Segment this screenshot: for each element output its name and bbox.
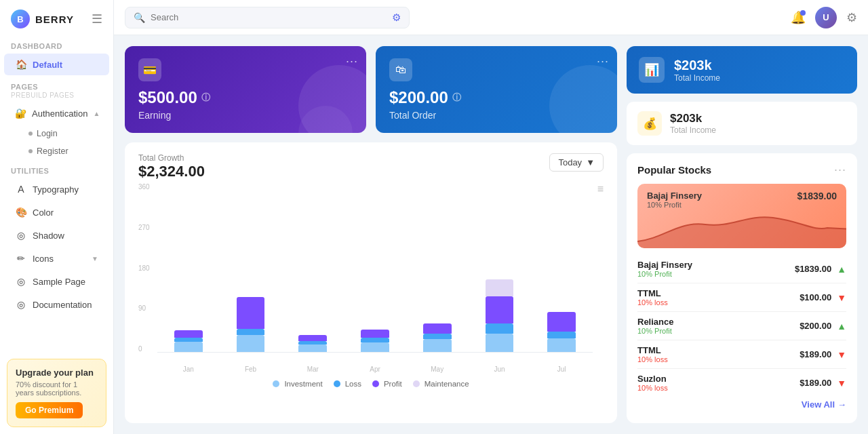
total-income-top-card: 📊 $203k Total Income <box>627 46 857 94</box>
earning-card: ··· 💳 $500.00 ⓘ Earning <box>125 46 366 133</box>
view-all-button[interactable]: View All → <box>802 399 846 410</box>
bar-profit <box>486 296 514 323</box>
sidebar-item-default[interactable]: 🏠 Default <box>4 54 109 75</box>
stock-right: $100.00▼ <box>800 292 846 303</box>
sidebar: B BERRY ☰ Dashboard 🏠 Default Pages Preb… <box>0 0 114 434</box>
legend-profit: Profit <box>372 380 402 388</box>
income-top-info: $203k Total Income <box>674 58 720 83</box>
chart-options-button[interactable]: ≡ <box>597 183 604 195</box>
upgrade-button[interactable]: Go Premium <box>16 402 83 418</box>
stock-value: $200.00 <box>800 321 831 331</box>
stock-name: TTML <box>637 288 668 298</box>
bar-group <box>167 330 210 352</box>
shadow-icon: ◎ <box>15 229 27 241</box>
trend-down-icon: ▼ <box>837 378 846 389</box>
stock-value: $189.00 <box>800 349 831 359</box>
stock-sub: 10% loss <box>637 355 668 363</box>
trend-up-icon: ▲ <box>837 321 846 332</box>
stock-right: $200.00▲ <box>800 321 846 332</box>
docs-icon: ◎ <box>15 298 27 311</box>
main-area: 🔍 ⚙ 🔔 U ⚙ ··· 💳 <box>114 0 868 434</box>
total-order-card-menu[interactable]: ··· <box>597 54 609 68</box>
stock-name: Reliance <box>637 317 673 327</box>
legend-loss: Loss <box>334 380 361 388</box>
notification-button[interactable]: 🔔 <box>791 10 806 25</box>
chart-header: Total Growth $2,324.00 Today ▼ <box>138 153 604 180</box>
stock-name: Suzlon <box>637 374 668 384</box>
popular-stocks-chart: Bajaj Finsery 10% Profit $1839.00 <box>637 184 846 248</box>
sidebar-item-shadow[interactable]: ◎ Shadow <box>4 224 109 246</box>
bar-investment <box>423 339 452 352</box>
earning-amount: $500.00 ⓘ <box>138 88 353 107</box>
sidebar-item-register[interactable]: Register <box>4 143 109 159</box>
upgrade-title: Upgrade your plan <box>16 368 98 378</box>
chart-month-col <box>530 183 593 352</box>
popular-stocks-menu-button[interactable]: ··· <box>834 163 846 177</box>
stock-value: $1839.00 <box>795 264 831 274</box>
stock-info: TTML10% loss <box>637 345 668 363</box>
legend-dot-loss <box>334 380 340 387</box>
upgrade-desc: 70% discount for 1 years subscriptions. <box>16 380 98 397</box>
income-small-info: $203k Total Income <box>670 112 716 135</box>
content: ··· 💳 $500.00 ⓘ Earning ··· 🛍 <box>114 35 868 434</box>
avatar[interactable]: U <box>815 7 837 28</box>
stock-info: Suzlon10% loss <box>637 374 668 392</box>
bar-profit <box>174 330 203 338</box>
icons-expand-icon: ▼ <box>92 255 98 262</box>
sidebar-item-docs[interactable]: ◎ Documentation <box>4 294 109 315</box>
chart-legend: Investment Loss Profit Maintenance <box>138 380 604 388</box>
header: 🔍 ⚙ 🔔 U ⚙ <box>114 0 868 35</box>
earning-card-menu[interactable]: ··· <box>346 54 358 68</box>
bar-investment <box>298 344 327 352</box>
sidebar-item-color[interactable]: 🎨 Color <box>4 201 109 223</box>
chart-month-col <box>344 183 406 352</box>
total-order-info-icon[interactable]: ⓘ <box>452 92 461 104</box>
chart-x-label: May <box>406 366 469 373</box>
income-top-label: Total Income <box>674 73 720 83</box>
stock-row: TTML10% loss$189.00▼ <box>637 340 846 369</box>
home-icon: 🏠 <box>15 58 27 71</box>
bar-investment <box>237 335 265 352</box>
stock-info: Bajaj Finsery10% Profit <box>637 260 692 278</box>
stock-value: $100.00 <box>800 292 831 302</box>
menu-toggle-button[interactable]: ☰ <box>92 12 102 26</box>
stacked-bar <box>486 279 514 353</box>
stock-value: $189.00 <box>800 378 831 388</box>
chart-month-col <box>406 183 469 352</box>
search-input[interactable] <box>151 12 381 22</box>
sidebar-item-sample[interactable]: ◎ Sample Page <box>4 271 109 292</box>
notification-badge <box>800 10 806 16</box>
trend-down-icon: ▼ <box>837 292 846 303</box>
ps-chart-stock-value: $1839.00 <box>797 191 837 201</box>
bar-group <box>353 330 397 352</box>
typography-icon: A <box>15 183 27 195</box>
sidebar-item-typography[interactable]: A Typography <box>4 178 109 200</box>
stock-info: Reliance10% Profit <box>637 317 673 335</box>
chart-x-label: Feb <box>220 366 282 373</box>
stacked-bar <box>361 330 389 352</box>
filter-button[interactable]: ⚙ <box>392 12 401 24</box>
chart-area: ≡ 360 270 180 90 0 JanFebMarAprMayJunJul <box>138 183 604 373</box>
income-small-icon: 💰 <box>637 111 662 136</box>
logo-area: B BERRY ☰ <box>0 0 113 35</box>
bar-maintenance <box>486 279 514 296</box>
bar-profit <box>361 330 389 338</box>
chart-x-label: Apr <box>344 366 406 373</box>
popular-stocks-title: Popular Stocks <box>637 164 711 176</box>
stock-row: TTML10% loss$100.00▼ <box>637 283 846 312</box>
chart-month-col <box>220 183 282 352</box>
ps-chart-svg <box>637 208 846 248</box>
period-selector-button[interactable]: Today ▼ <box>549 153 604 172</box>
income-small-label: Total Income <box>670 125 716 135</box>
sidebar-item-authentication[interactable]: 🔐 Authentication ▲ <box>4 102 109 124</box>
settings-button[interactable]: ⚙ <box>846 10 857 25</box>
sidebar-item-icons[interactable]: ✏ Icons ▼ <box>4 248 109 269</box>
sidebar-item-login[interactable]: Login <box>4 125 109 142</box>
pages-section-label: Pages Prebuild Pages <box>0 76 113 102</box>
bar-loss <box>237 329 265 335</box>
stacked-bar <box>237 297 265 353</box>
chart-amount: $2,324.00 <box>138 163 205 180</box>
chart-title-group: Total Growth $2,324.00 <box>138 153 205 180</box>
earning-info-icon[interactable]: ⓘ <box>201 92 210 104</box>
stacked-bar <box>298 335 327 352</box>
